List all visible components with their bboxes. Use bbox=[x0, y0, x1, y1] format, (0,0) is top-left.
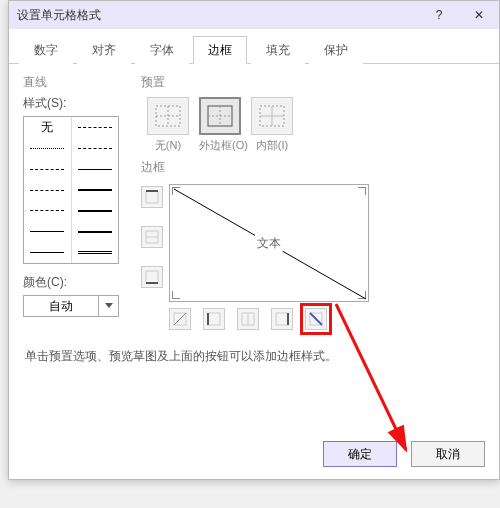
tab-protection[interactable]: 保护 bbox=[309, 36, 363, 64]
color-value: 自动 bbox=[23, 295, 99, 317]
border-top-button[interactable] bbox=[141, 186, 163, 208]
border-bottom-button[interactable] bbox=[141, 266, 163, 288]
preset-section-label: 预置 bbox=[141, 74, 485, 91]
line-style-item[interactable] bbox=[72, 221, 118, 242]
line-style-item[interactable] bbox=[24, 221, 71, 242]
preset-inside[interactable]: 内部(I) bbox=[251, 97, 293, 153]
color-label: 颜色(C): bbox=[23, 274, 123, 291]
svg-rect-10 bbox=[146, 191, 158, 203]
close-button[interactable]: ✕ bbox=[459, 1, 499, 29]
line-style-list[interactable]: 无 bbox=[23, 116, 119, 264]
border-vmid-button[interactable] bbox=[237, 308, 259, 330]
line-style-item[interactable] bbox=[24, 242, 71, 263]
line-style-item[interactable] bbox=[72, 138, 118, 159]
tab-alignment[interactable]: 对齐 bbox=[77, 36, 131, 64]
line-style-item[interactable] bbox=[72, 180, 118, 201]
svg-rect-23 bbox=[276, 313, 288, 325]
tab-fill[interactable]: 填充 bbox=[251, 36, 305, 64]
line-style-item[interactable] bbox=[24, 138, 71, 159]
line-style-item[interactable] bbox=[72, 159, 118, 180]
line-style-none[interactable]: 无 bbox=[24, 117, 71, 138]
preset-outline[interactable]: 外边框(O) bbox=[199, 97, 241, 153]
svg-rect-14 bbox=[146, 271, 158, 283]
tab-font[interactable]: 字体 bbox=[135, 36, 189, 64]
svg-rect-19 bbox=[208, 313, 220, 325]
border-preview[interactable]: 文本 bbox=[169, 184, 369, 302]
tab-number[interactable]: 数字 bbox=[19, 36, 73, 64]
border-hmid-button[interactable] bbox=[141, 226, 163, 248]
preview-text: 文本 bbox=[255, 235, 283, 252]
line-style-item[interactable] bbox=[72, 117, 118, 138]
border-right-button[interactable] bbox=[271, 308, 293, 330]
help-button[interactable]: ? bbox=[419, 1, 459, 29]
line-style-item[interactable] bbox=[24, 180, 71, 201]
line-style-item[interactable] bbox=[24, 159, 71, 180]
format-cells-dialog: 设置单元格格式 ? ✕ 数字 对齐 字体 边框 填充 保护 直线 样式(S): … bbox=[8, 0, 500, 480]
border-diag-up-button[interactable] bbox=[169, 308, 191, 330]
border-diag-down-button[interactable] bbox=[305, 308, 327, 330]
dialog-title: 设置单元格格式 bbox=[17, 7, 419, 24]
tabs: 数字 对齐 字体 边框 填充 保护 bbox=[9, 29, 499, 64]
border-left-button[interactable] bbox=[203, 308, 225, 330]
border-section-label: 边框 bbox=[141, 159, 485, 176]
svg-line-18 bbox=[174, 313, 186, 325]
line-style-item[interactable] bbox=[72, 200, 118, 221]
hint-text: 单击预置选项、预览草图及上面的按钮可以添加边框样式。 bbox=[25, 348, 483, 365]
line-section-label: 直线 bbox=[23, 74, 123, 91]
preset-none[interactable]: 无(N) bbox=[147, 97, 189, 153]
svg-marker-0 bbox=[105, 303, 113, 308]
svg-line-26 bbox=[310, 313, 322, 325]
line-style-item[interactable] bbox=[72, 242, 118, 263]
ok-button[interactable]: 确定 bbox=[323, 441, 397, 467]
tab-border[interactable]: 边框 bbox=[193, 36, 247, 64]
color-combo[interactable]: 自动 bbox=[23, 295, 123, 317]
style-label: 样式(S): bbox=[23, 95, 123, 112]
chevron-down-icon[interactable] bbox=[99, 295, 119, 317]
titlebar: 设置单元格格式 ? ✕ bbox=[9, 1, 499, 29]
line-style-item[interactable] bbox=[24, 200, 71, 221]
cancel-button[interactable]: 取消 bbox=[411, 441, 485, 467]
